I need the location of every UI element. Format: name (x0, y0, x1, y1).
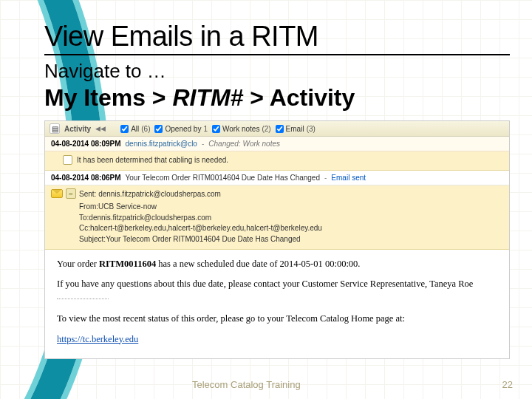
entry-changed-label: Changed: Work notes (208, 140, 280, 148)
email-from: From:UCB Service-now (79, 202, 157, 211)
slide-footer: Telecom Catalog Training 22 (0, 379, 513, 390)
filter-work-notes[interactable]: Work notes (2) (212, 125, 271, 133)
entry-timestamp: 04-08-2014 08:09PM (51, 140, 121, 148)
activity-panel: ▤ Activity ◀◀ All (6) Opened by 1 Work n… (44, 120, 510, 359)
entry-author: dennis.fitzpatrick@clo (126, 140, 197, 148)
envelope-icon[interactable] (51, 189, 63, 198)
slide-content: View Emails in a RITM Navigate to … My I… (44, 21, 510, 386)
slide-subtitle: Navigate to … (44, 60, 510, 83)
breadcrumb-activity: Activity (270, 84, 355, 111)
body-link[interactable]: https://tc.berkeley.edu (57, 334, 138, 344)
collapse-icon[interactable]: − (66, 188, 76, 199)
activity-label: Activity (64, 125, 91, 133)
activity-toolbar: ▤ Activity ◀◀ All (6) Opened by 1 Work n… (45, 121, 509, 137)
email-metadata: From:UCB Service-now To:dennis.fitzpatri… (45, 200, 509, 250)
work-note-body: It has been determined that cabling is n… (45, 151, 509, 171)
breadcrumb-my-items: My Items (44, 84, 146, 111)
email-body: Your order RITM0011604 has a new schedul… (45, 250, 509, 358)
page-number: 22 (502, 379, 513, 390)
email-status: Email sent (331, 174, 366, 182)
note-icon (63, 155, 72, 165)
activity-entry-header: 04-08-2014 08:09PM dennis.fitzpatrick@cl… (45, 137, 509, 151)
footer-text: Telecom Catalog Training (192, 379, 301, 390)
chevron-left-icon[interactable]: ◀◀ (95, 125, 106, 132)
filter-opened-by[interactable]: Opened by 1 (154, 125, 208, 133)
expand-icon[interactable]: ▤ (50, 123, 60, 134)
slide-title: View Emails in a RITM (44, 21, 510, 55)
filter-email[interactable]: Email (3) (276, 125, 316, 133)
email-cc: Cc:halcert-t@berkeley.edu,halcert-t@berk… (79, 224, 322, 232)
work-note-text: It has been determined that cabling is n… (77, 156, 228, 164)
body-line-1: Your order RITM0011604 has a new schedul… (57, 257, 497, 271)
email-to: To:dennis.fitzpatrick@cloudsherpas.com (79, 214, 211, 222)
email-entry-header: 04-08-2014 08:06PM Your Telecom Order RI… (45, 171, 509, 185)
email-envelope-row: − Sent: dennis.fitzpatrick@cloudsherpas.… (45, 185, 509, 200)
body-line-2: If you have any questions about this due… (57, 277, 497, 306)
email-timestamp: 04-08-2014 08:06PM (51, 174, 121, 182)
email-title: Your Telecom Order RITM0014604 Due Date … (126, 174, 320, 182)
body-line-3: To view the most recent status of this o… (57, 312, 497, 326)
filter-all[interactable]: All (6) (120, 125, 150, 133)
email-subject: Subject:Your Telecom Order RITM0014604 D… (79, 235, 301, 243)
email-sent: Sent: dennis.fitzpatrick@cloudsherpas.co… (79, 190, 221, 198)
breadcrumb-ritm: RITM# (172, 84, 243, 111)
breadcrumb: My Items > RITM# > Activity (44, 84, 510, 112)
